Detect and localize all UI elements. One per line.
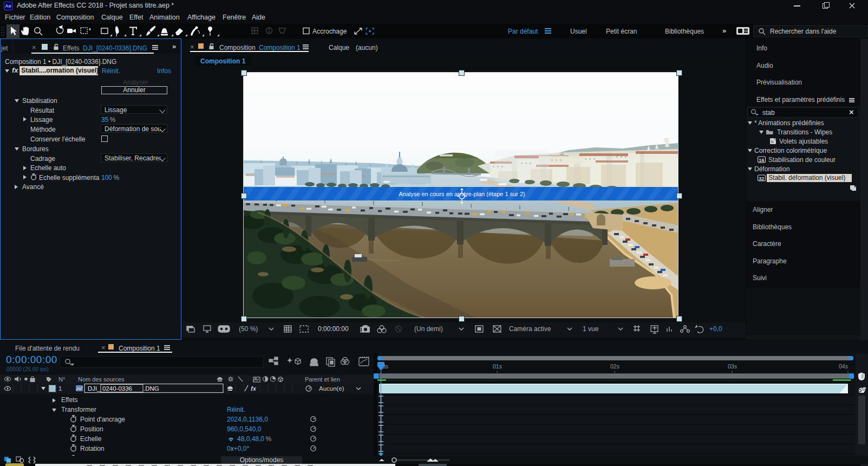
svg-text:Caméra active: Caméra active [509, 325, 551, 333]
svg-text:DJI_: DJI_ [88, 385, 101, 392]
svg-text:16: 16 [759, 158, 764, 163]
svg-text:(Un demi): (Un demi) [414, 325, 443, 333]
svg-text:0:00:00:00: 0:00:00:00 [318, 325, 349, 333]
svg-text:Nom des sources: Nom des sources [78, 376, 125, 383]
svg-text:Parent et lien: Parent et lien [305, 376, 340, 383]
svg-text:.DNG: .DNG [143, 385, 159, 392]
svg-text:N°: N° [58, 376, 65, 383]
svg-text:Aucun(e): Aucun(e) [319, 385, 344, 392]
svg-text:0240-0336: 0240-0336 [102, 385, 132, 392]
svg-text:+0,0: +0,0 [709, 325, 722, 333]
svg-text:fx: fx [251, 385, 257, 392]
svg-text:1 vue: 1 vue [583, 325, 599, 333]
svg-text:h: h [771, 139, 773, 144]
svg-text:(50 %): (50 %) [239, 325, 258, 333]
svg-text:32: 32 [759, 176, 764, 182]
svg-text:1: 1 [58, 385, 62, 392]
